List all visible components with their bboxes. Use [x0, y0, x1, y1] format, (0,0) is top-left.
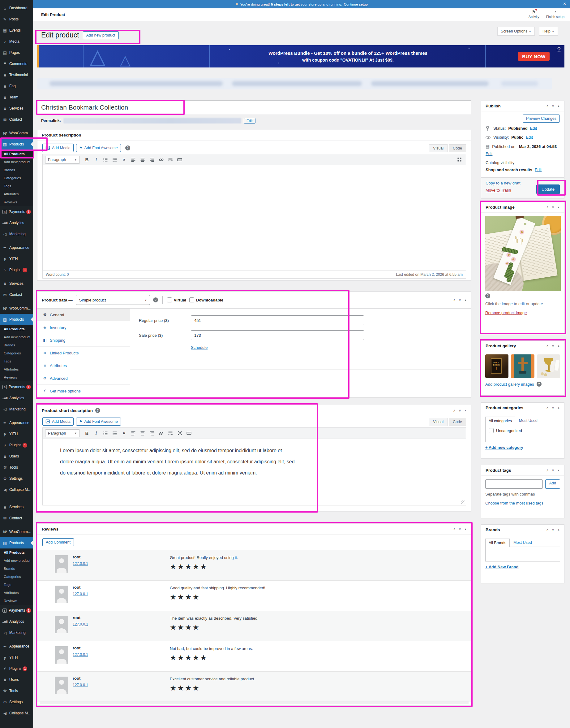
sidebar-item-analytics[interactable]: ▂▅▇ Analytics: [0, 616, 33, 627]
edit-status-link[interactable]: Edit: [530, 126, 537, 131]
sidebar-item-woocommerce[interactable]: W WooCommerce: [0, 526, 33, 537]
category-checkbox[interactable]: [489, 428, 494, 433]
blockquote-icon[interactable]: “: [120, 156, 128, 164]
continue-setup-link[interactable]: Continue setup: [344, 2, 367, 6]
sidebar-item-woocommerce[interactable]: W WooCommerce: [0, 303, 33, 314]
sidebar-item-tools[interactable]: ⚒ Tools: [0, 462, 33, 473]
virtual-checkbox[interactable]: Virtual: [167, 298, 186, 303]
sidebar-item-marketing[interactable]: ◁ Marketing: [0, 228, 33, 239]
bold-icon[interactable]: B: [83, 429, 91, 437]
preview-changes-button[interactable]: Preview Changes: [523, 115, 560, 123]
add-new-brand-link[interactable]: + Add New Brand: [485, 565, 519, 569]
sidebar-item-reviews[interactable]: Reviews: [0, 597, 33, 605]
sidebar-item-collapse-menu[interactable]: ◀ Collapse Menu: [0, 484, 33, 495]
sidebar-item-add-new-product[interactable]: Add new product: [0, 333, 33, 341]
help-icon[interactable]: ?: [537, 382, 542, 387]
sidebar-item-payments[interactable]: $ Payments 1: [0, 605, 33, 616]
sidebar-item-products[interactable]: ▥ Products: [0, 314, 33, 325]
move-up-icon[interactable]: ∧: [546, 528, 549, 532]
sidebar-item-attributes[interactable]: Attributes: [0, 190, 33, 198]
sidebar-item-attributes[interactable]: Attributes: [0, 589, 33, 597]
code-tab[interactable]: Code: [449, 418, 466, 426]
review-ip-link[interactable]: 127.0.0.1: [73, 592, 88, 596]
sidebar-item-appearance[interactable]: ✒ Appearance: [0, 641, 33, 652]
fullscreen-icon[interactable]: [176, 429, 184, 437]
sidebar-item-brands[interactable]: Brands: [0, 341, 33, 349]
paragraph-format-select[interactable]: Paragraph▼: [45, 156, 80, 164]
sidebar-item-services[interactable]: ♟ Services: [0, 278, 33, 289]
sidebar-item-analytics[interactable]: ▂▅▇ Analytics: [0, 217, 33, 228]
add-tag-button[interactable]: Add: [545, 480, 560, 489]
move-up-icon[interactable]: ∧: [453, 408, 456, 413]
sidebar-item-appearance[interactable]: ✒ Appearance: [0, 417, 33, 428]
product-data-tab-get-more-options[interactable]: ⚡ Get more options: [37, 385, 130, 397]
help-icon[interactable]: ?: [95, 408, 100, 413]
sale-price-input[interactable]: [191, 330, 364, 340]
sidebar-item-yith[interactable]: y YITH: [0, 428, 33, 439]
most-used-tab[interactable]: Most Used: [519, 418, 538, 425]
collapse-toggle-icon[interactable]: ▲: [464, 299, 467, 302]
sidebar-item-collapse-menu[interactable]: ◀ Collapse Menu: [0, 708, 33, 719]
sidebar-item-contact[interactable]: ✉ Contact: [0, 114, 33, 125]
sidebar-item-woocommerce[interactable]: W WooCommerce: [0, 128, 33, 139]
add-new-product-button[interactable]: Add new product: [83, 31, 119, 39]
collapse-toggle-icon[interactable]: ▲: [557, 469, 560, 472]
numbered-list-icon[interactable]: [111, 429, 119, 437]
category-item-uncategorized[interactable]: Uncategorized: [489, 428, 557, 433]
sidebar-item-add-new-product[interactable]: Add new product: [0, 158, 33, 166]
sidebar-item-plugins[interactable]: ⚡ Plugins 1: [0, 264, 33, 276]
add-media-button[interactable]: Add Media: [42, 144, 74, 152]
product-data-tab-advanced[interactable]: ⚙ Advanced: [37, 372, 130, 385]
fullscreen-icon[interactable]: [455, 156, 463, 164]
move-up-icon[interactable]: ∧: [546, 104, 549, 108]
sidebar-item-tags[interactable]: Tags: [0, 182, 33, 190]
edit-published-link[interactable]: Edit: [486, 151, 492, 156]
sidebar-item-settings[interactable]: ⚙ Settings: [0, 696, 33, 708]
description-editor-content[interactable]: [43, 165, 466, 270]
sidebar-item-team[interactable]: ♟ Team: [0, 92, 33, 103]
move-up-icon[interactable]: ∧: [453, 298, 456, 302]
sidebar-item-events[interactable]: ▦ Events: [0, 25, 33, 36]
bold-icon[interactable]: B: [83, 156, 91, 164]
gallery-thumb-chalice[interactable]: [537, 354, 560, 378]
sidebar-item-attributes[interactable]: Attributes: [0, 365, 33, 373]
move-up-icon[interactable]: ∧: [453, 527, 456, 531]
sidebar-item-yith[interactable]: y YITH: [0, 652, 33, 663]
sidebar-item-contact[interactable]: ✉ Contact: [0, 513, 33, 524]
move-down-icon[interactable]: ∨: [552, 406, 554, 410]
collapse-toggle-icon[interactable]: ▲: [464, 528, 467, 531]
buy-now-button[interactable]: BUY NOW: [518, 52, 550, 61]
align-center-icon[interactable]: [138, 429, 147, 437]
visual-tab[interactable]: Visual: [429, 144, 448, 152]
review-ip-link[interactable]: 127.0.0.1: [73, 683, 88, 687]
move-down-icon[interactable]: ∨: [552, 528, 554, 532]
regular-price-input[interactable]: [191, 315, 364, 325]
help-icon[interactable]: ?: [125, 146, 130, 150]
sidebar-item-all-products[interactable]: All Products: [0, 150, 33, 158]
choose-most-used-tags-link[interactable]: Choose from the most used tags: [485, 501, 543, 506]
help-button[interactable]: Help▼: [539, 27, 558, 36]
link-icon[interactable]: [157, 429, 165, 437]
downloadable-checkbox[interactable]: Downloadable: [189, 298, 223, 303]
move-down-icon[interactable]: ∨: [459, 527, 461, 531]
code-tab[interactable]: Code: [449, 144, 466, 152]
align-right-icon[interactable]: [148, 156, 156, 164]
edit-catalog-link[interactable]: Edit: [535, 167, 542, 172]
gallery-thumb-bible[interactable]: HOLY BIBLE†: [485, 354, 509, 378]
sidebar-item-products[interactable]: ▥ Products: [0, 537, 33, 548]
remove-product-image-link[interactable]: Remove product image: [485, 311, 527, 315]
resize-grip[interactable]: [461, 501, 465, 504]
sidebar-item-contact[interactable]: ✉ Contact: [0, 289, 33, 300]
sidebar-item-tags[interactable]: Tags: [0, 581, 33, 589]
sidebar-item-all-products[interactable]: All Products: [0, 325, 33, 333]
collapse-toggle-icon[interactable]: ▲: [464, 409, 467, 412]
sidebar-item-settings[interactable]: ⚙ Settings: [0, 473, 33, 484]
schedule-link[interactable]: Schedule: [191, 345, 208, 350]
move-up-icon[interactable]: ∧: [546, 205, 549, 209]
sidebar-item-brands[interactable]: Brands: [0, 565, 33, 573]
keyboard-shortcuts-icon[interactable]: [185, 429, 193, 437]
product-type-select[interactable]: Simple product▾: [76, 295, 150, 305]
collapse-toggle-icon[interactable]: ▲: [557, 105, 560, 108]
move-up-icon[interactable]: ∧: [546, 468, 549, 472]
tags-input[interactable]: [485, 480, 543, 489]
